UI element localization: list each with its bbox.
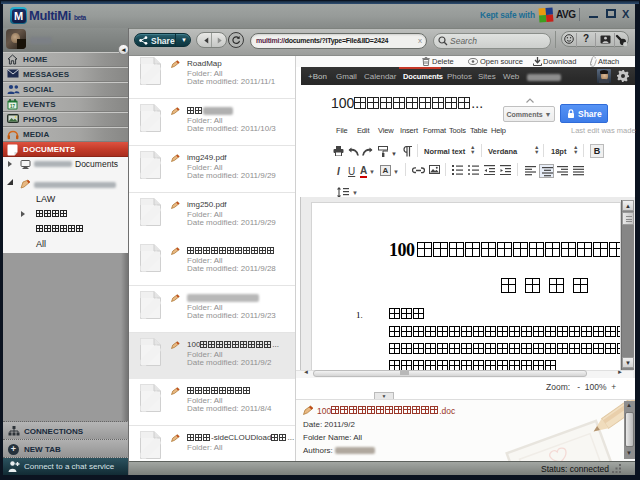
svg-text:17: 17 <box>10 104 16 109</box>
